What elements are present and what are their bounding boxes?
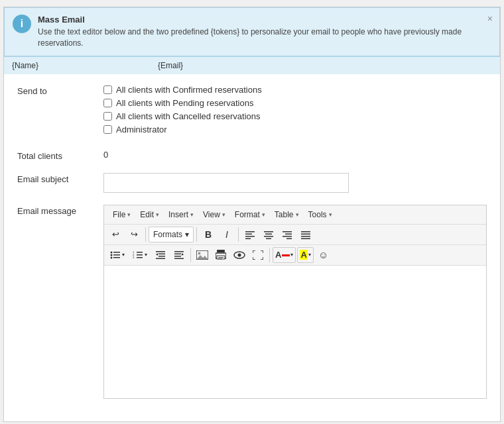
- checkbox-pending-input[interactable]: [103, 99, 112, 107]
- ordered-list-icon: 1. 2. 3.: [133, 250, 143, 260]
- total-clients-field: 0: [103, 150, 487, 160]
- menu-file[interactable]: File ▾: [108, 208, 135, 221]
- send-to-label: Send to: [17, 85, 103, 96]
- menu-tools-arrow: ▾: [329, 211, 332, 218]
- menu-tools[interactable]: Tools ▾: [304, 208, 337, 221]
- total-clients-value: 0: [103, 148, 108, 160]
- font-color-button[interactable]: A ▾: [273, 247, 296, 263]
- preview-icon: [233, 250, 245, 260]
- editor-toolbar-row1: ↩ ↪ Formats ▾ B I: [104, 225, 486, 245]
- svg-point-47: [238, 253, 241, 256]
- tokens-row: {Name} {Email}: [4, 56, 500, 74]
- font-color-icon: A: [275, 250, 281, 260]
- bullet-arrow: ▾: [122, 252, 125, 258]
- print-button[interactable]: [212, 247, 229, 263]
- svg-rect-15: [301, 238, 310, 239]
- email-subject-field: [103, 173, 487, 193]
- svg-rect-7: [266, 238, 271, 239]
- svg-point-20: [111, 256, 113, 258]
- checkbox-cancelled-input[interactable]: [103, 112, 112, 121]
- editor-content[interactable]: [104, 266, 486, 398]
- menu-table[interactable]: Table ▾: [270, 208, 304, 221]
- svg-rect-12: [301, 231, 310, 233]
- checkbox-confirmed-label: All clients with Confirmed reservations: [116, 85, 262, 95]
- svg-rect-2: [245, 236, 255, 237]
- outdent-icon: [156, 250, 165, 260]
- bold-button[interactable]: B: [200, 227, 217, 242]
- checkbox-confirmed-input[interactable]: [103, 85, 112, 94]
- menu-insert[interactable]: Insert ▾: [164, 208, 198, 221]
- menu-insert-arrow: ▾: [190, 211, 194, 218]
- checkbox-cancelled: All clients with Cancelled reservations: [103, 111, 487, 121]
- svg-rect-4: [264, 231, 273, 233]
- svg-rect-36: [174, 258, 184, 259]
- print-icon: [216, 250, 226, 260]
- fullscreen-icon: [253, 250, 263, 260]
- checkbox-admin-input[interactable]: [103, 125, 112, 134]
- svg-rect-35: [174, 256, 181, 257]
- align-left-button[interactable]: [241, 227, 259, 242]
- menu-table-arrow: ▾: [296, 211, 299, 218]
- align-justify-icon: [301, 230, 310, 239]
- preview-button[interactable]: [231, 247, 248, 263]
- rich-text-editor: File ▾ Edit ▾ Insert ▾ View: [103, 205, 487, 399]
- menu-format[interactable]: Format ▾: [230, 208, 270, 221]
- svg-rect-45: [218, 258, 222, 259]
- checkbox-confirmed: All clients with Confirmed reservations: [103, 85, 487, 95]
- emoji-button[interactable]: ☺: [315, 247, 332, 263]
- align-justify-button[interactable]: [297, 227, 314, 242]
- svg-rect-6: [264, 236, 273, 237]
- indent-icon: [174, 250, 184, 260]
- close-button[interactable]: ×: [487, 13, 493, 24]
- svg-marker-32: [156, 253, 158, 256]
- redo-button[interactable]: ↪: [125, 227, 143, 242]
- ordered-list-button[interactable]: 1. 2. 3. ▾: [129, 247, 151, 263]
- checkbox-admin: Administrator: [103, 125, 487, 134]
- svg-rect-27: [137, 257, 143, 258]
- svg-rect-41: [217, 250, 225, 252]
- svg-rect-17: [113, 252, 120, 253]
- total-clients-label: Total clients: [17, 150, 103, 161]
- svg-rect-29: [158, 253, 165, 254]
- svg-rect-30: [158, 256, 165, 257]
- align-right-icon: [283, 230, 292, 239]
- svg-point-39: [198, 252, 201, 254]
- toolbar-sep-3: [238, 227, 239, 242]
- outdent-button[interactable]: [152, 247, 169, 263]
- svg-rect-1: [245, 233, 252, 235]
- svg-rect-9: [285, 233, 292, 235]
- align-right-button[interactable]: [279, 227, 296, 242]
- svg-rect-33: [174, 251, 184, 252]
- svg-rect-34: [174, 253, 181, 254]
- menu-edit[interactable]: Edit ▾: [135, 208, 164, 221]
- ordered-arrow: ▾: [145, 252, 147, 258]
- formats-dropdown[interactable]: Formats ▾: [149, 227, 194, 242]
- italic-button[interactable]: I: [218, 227, 235, 242]
- align-center-icon: [264, 230, 273, 239]
- dialog-title: Mass Email: [38, 15, 491, 25]
- undo-button[interactable]: ↩: [107, 227, 124, 242]
- bg-color-button[interactable]: A ▾: [297, 247, 313, 263]
- checkbox-cancelled-label: All clients with Cancelled reservations: [116, 111, 260, 121]
- svg-rect-5: [265, 233, 272, 235]
- mass-email-dialog: i Mass Email Use the text editor below a…: [3, 7, 501, 422]
- email-subject-input[interactable]: [103, 173, 349, 193]
- email-message-label: Email message: [17, 205, 103, 216]
- checkbox-admin-label: Administrator: [116, 125, 167, 134]
- svg-rect-0: [245, 231, 255, 233]
- menu-format-arrow: ▾: [262, 211, 265, 218]
- email-subject-row: Email subject: [17, 173, 487, 193]
- menu-view[interactable]: View ▾: [198, 208, 230, 221]
- fullscreen-button[interactable]: [249, 247, 267, 263]
- info-icon: i: [13, 15, 31, 33]
- menu-view-arrow: ▾: [222, 211, 225, 218]
- send-to-checkboxes: All clients with Confirmed reservations …: [103, 85, 487, 138]
- svg-point-16: [111, 251, 113, 253]
- indent-button[interactable]: [170, 247, 188, 263]
- align-center-button[interactable]: [260, 227, 277, 242]
- checkbox-pending: All clients with Pending reservations: [103, 98, 487, 108]
- bullet-list-button[interactable]: ▾: [107, 247, 128, 263]
- svg-rect-11: [286, 238, 292, 239]
- insert-image-button[interactable]: [194, 247, 211, 263]
- image-icon: [196, 250, 208, 260]
